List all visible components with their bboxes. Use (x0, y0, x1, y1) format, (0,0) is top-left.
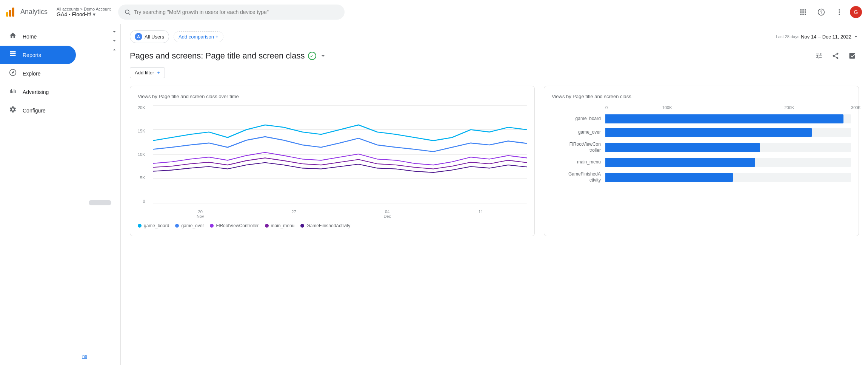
account-selector[interactable]: GA4 - Flood-It! ▾ (57, 11, 111, 17)
bar-fill-game-finished (605, 173, 733, 182)
svg-rect-2 (800, 9, 802, 10)
search-input[interactable] (134, 9, 339, 15)
svg-point-15 (839, 14, 840, 15)
line-chart-svg (153, 105, 527, 203)
bar-track-game-board (605, 114, 851, 123)
x-label-04: 04 Dec (383, 209, 391, 219)
date-separator: – (818, 34, 820, 40)
customize-report-icon (815, 52, 823, 60)
account-breadcrumb: All accounts > Demo Account (57, 7, 111, 11)
top-nav-right: ? G (796, 5, 862, 20)
more-icon-button[interactable] (832, 5, 847, 20)
svg-rect-17 (10, 53, 16, 54)
segment-bar: A All Users Add comparison + (130, 30, 223, 43)
sidebar-item-advertising[interactable]: Advertising (0, 83, 76, 101)
x-label-11: 11 (479, 209, 483, 219)
y-label-0: 0 (143, 199, 145, 203)
segment-chip[interactable]: A All Users (130, 30, 169, 43)
grid-icon-button[interactable] (796, 5, 811, 20)
legend-item-main-menu: main_menu (265, 223, 295, 228)
reports-icon (9, 50, 17, 60)
sub-nav-link[interactable]: ns (82, 354, 87, 359)
sidebar-item-home[interactable]: Home (0, 27, 76, 46)
sidebar-item-label-advertising: Advertising (23, 89, 49, 95)
svg-rect-8 (800, 14, 802, 15)
account-name: GA4 - Flood-It! (57, 11, 91, 17)
x-axis-200k: 200K (729, 105, 850, 110)
bar-chart-x-axis-labels: 0 100K 200K 300K (605, 105, 851, 110)
sub-nav-collapse-3[interactable] (79, 45, 120, 54)
sub-nav-scroll[interactable] (79, 54, 120, 351)
chevron-down-icon-1 (111, 29, 117, 35)
insights-button[interactable] (845, 49, 859, 63)
sidebar-item-explore[interactable]: Explore (0, 64, 76, 83)
line-chart-title: Views by Page title and screen class ove… (138, 94, 527, 99)
svg-rect-10 (805, 14, 806, 15)
legend-item-game-finished: GameFinishedActivity (300, 223, 350, 228)
y-label-15k: 15K (138, 129, 145, 133)
chevron-down-icon-2 (111, 38, 117, 44)
legend-dot-game-finished (300, 224, 304, 228)
svg-line-1 (129, 13, 130, 15)
y-label-20k: 20K (138, 105, 145, 110)
bar-label-main-menu: main_menu (552, 159, 601, 165)
share-icon (832, 52, 839, 60)
bar-label-game-board: game_board (552, 116, 601, 122)
filter-bar: Add filter + (130, 67, 859, 78)
search-icon (124, 9, 131, 15)
status-badge: ✓ (308, 52, 316, 60)
legend-label-game-over: game_over (181, 223, 204, 228)
search-bar[interactable] (118, 5, 345, 20)
sub-nav-bottom: ns (79, 351, 120, 362)
sub-nav-collapse-1[interactable] (79, 27, 120, 36)
bar-row-game-finished: GameFinishedActivity (552, 171, 851, 183)
help-icon-button[interactable]: ? (814, 5, 829, 20)
sub-nav-collapse-2[interactable] (79, 36, 120, 45)
date-to: Dec 11, 2022 (822, 34, 851, 40)
sidebar-item-label-reports: Reports (23, 52, 41, 58)
side-nav: Home Reports Explore Advertising Configu… (0, 24, 79, 365)
page-title: Pages and screens: Page title and screen… (130, 51, 305, 61)
sub-nav: ns (79, 24, 121, 365)
add-comparison-button[interactable]: Add comparison + (174, 31, 223, 42)
bar-fill-game-board (605, 114, 844, 123)
layout: ns A All Users Add comparison + L (79, 24, 868, 365)
bar-row-main-menu: main_menu (552, 158, 851, 167)
home-icon (9, 32, 17, 41)
logo-bar-1 (6, 12, 8, 17)
page-title-row: Pages and screens: Page title and screen… (130, 49, 859, 63)
date-dropdown-icon (853, 34, 859, 40)
customize-report-button[interactable] (812, 49, 826, 63)
share-button[interactable] (829, 49, 842, 63)
svg-marker-20 (12, 71, 14, 74)
add-filter-label: Add filter (135, 70, 154, 75)
grid-icon (799, 8, 807, 16)
sidebar-item-reports[interactable]: Reports (0, 46, 76, 64)
x-axis-labels: 20 Nov 27 04 Dec 11 (153, 209, 527, 219)
svg-rect-16 (10, 51, 16, 52)
line-chart-container: 20K 15K 10K 5K 0 (138, 105, 527, 219)
date-from: Nov 14 (801, 34, 816, 40)
svg-rect-5 (800, 11, 802, 12)
add-comparison-icon: + (215, 34, 219, 40)
app-logo (6, 8, 14, 17)
legend-item-flroot: FlRootViewController (210, 223, 259, 228)
account-dropdown-icon: ▾ (93, 11, 95, 17)
add-comparison-label: Add comparison (179, 34, 214, 40)
line-chart-panel: Views by Page title and screen class ove… (130, 86, 535, 236)
configure-icon (9, 106, 17, 115)
sidebar-item-configure[interactable]: Configure (0, 101, 76, 120)
add-filter-button[interactable]: Add filter + (130, 67, 165, 78)
bar-fill-game-over (605, 128, 812, 137)
avatar[interactable]: G (850, 6, 862, 18)
title-actions (812, 49, 859, 63)
insights-icon (848, 52, 856, 60)
legend-dot-game-board (138, 224, 142, 228)
bar-fill-flroot (605, 143, 760, 152)
title-dropdown-icon[interactable] (319, 52, 327, 60)
date-range[interactable]: Last 28 days Nov 14 – Dec 11, 2022 (776, 34, 859, 40)
bar-label-game-finished: GameFinishedActivity (552, 171, 601, 183)
x-label-27: 27 (291, 209, 296, 219)
y-axis-labels: 20K 15K 10K 5K 0 (138, 105, 148, 203)
svg-rect-9 (802, 14, 803, 15)
